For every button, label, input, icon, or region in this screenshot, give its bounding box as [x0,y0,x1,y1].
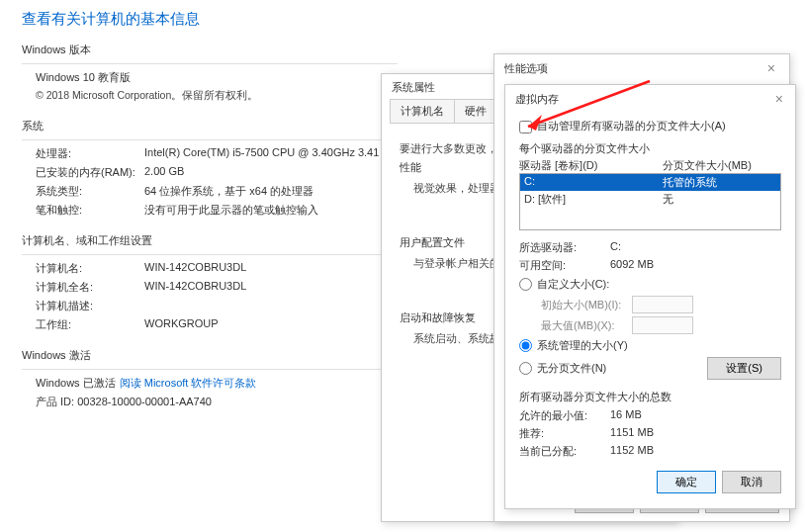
each-drive-heading: 每个驱动器的分页文件大小 [519,141,781,156]
pen-value: 没有可用于此显示器的笔或触控输入 [144,203,318,218]
tab-computer-name[interactable]: 计算机名 [390,99,455,123]
page-title: 查看有关计算机的基本信息 [22,10,783,29]
edition-value: Windows 10 教育版 [36,70,131,85]
initial-size-input[interactable] [632,296,693,313]
pagefile-column-header: 分页文件大小(MB) [663,158,752,173]
wg-value: WORKGROUP [144,317,219,332]
cancel-button[interactable]: 取消 [722,471,781,493]
selected-drive-label: 所选驱动器: [519,240,610,255]
drive-row[interactable]: C: 托管的系统 [520,174,780,191]
drive-listbox[interactable]: C: 托管的系统 D: [软件] 无 [519,173,781,230]
max-size-label: 最大值(MB)(X): [541,318,632,333]
pagefile-cell: 托管的系统 [663,175,717,190]
selected-drive-value: C: [610,240,621,255]
current-allocated-label: 当前已分配: [519,444,610,459]
set-button[interactable]: 设置(S) [707,357,781,380]
activated-text: Windows 已激活 [36,376,116,391]
drive-row[interactable]: D: [软件] 无 [520,191,780,208]
cname-label: 计算机名: [36,261,144,276]
divider [22,139,398,140]
read-license-link[interactable]: 阅读 Microsoft 软件许可条款 [120,376,257,391]
drive-cell: C: [524,175,663,190]
pen-label: 笔和触控: [36,203,144,218]
systype-value: 64 位操作系统，基于 x64 的处理器 [144,184,313,199]
min-allowed-value: 16 MB [610,408,642,423]
max-size-input[interactable] [632,316,693,334]
custom-size-radio[interactable] [519,278,532,291]
drive-column-header: 驱动器 [卷标](D) [519,158,663,173]
totals-heading: 所有驱动器分页文件大小的总数 [519,390,781,404]
no-pagefile-label: 无分页文件(N) [537,361,606,376]
close-icon[interactable]: × [763,60,779,76]
initial-size-label: 初始大小(MB)(I): [541,298,632,312]
available-space-label: 可用空间: [519,258,610,273]
cfull-label: 计算机全名: [36,280,144,295]
close-icon[interactable]: × [771,91,787,107]
custom-size-label: 自定义大小(C): [537,277,609,292]
ok-button[interactable]: 确定 [657,471,716,493]
system-managed-radio[interactable] [519,339,532,352]
ram-label: 已安装的内存(RAM): [36,165,144,180]
system-managed-label: 系统管理的大小(Y) [537,338,628,353]
processor-label: 处理器: [36,146,144,161]
dialog-title: 虚拟内存 [515,92,559,107]
product-id: 产品 ID: 00328-10000-00001-AA740 [36,395,212,409]
divider [22,369,398,370]
no-pagefile-radio[interactable] [519,362,532,375]
virtual-memory-dialog: 虚拟内存 × 自动管理所有驱动器的分页文件大小(A) 每个驱动器的分页文件大小 … [504,84,796,509]
divider [22,254,398,255]
wg-label: 工作组: [36,317,144,332]
dialog-title: 性能选项 [504,61,548,76]
recommended-label: 推荐: [519,426,610,441]
auto-manage-label: 自动管理所有驱动器的分页文件大小(A) [537,119,726,133]
cname-value: WIN-142COBRU3DL [144,261,246,276]
cfull-value: WIN-142COBRU3DL [144,280,246,295]
processor-value: Intel(R) Core(TM) i5-7500 CPU @ 3.40GHz … [144,146,403,161]
systype-label: 系统类型: [36,184,144,199]
pagefile-cell: 无 [663,192,673,207]
tab-hardware[interactable]: 硬件 [454,99,497,123]
recommended-value: 1151 MB [610,426,654,441]
drive-cell: D: [软件] [524,192,663,207]
auto-manage-checkbox[interactable] [519,121,532,133]
current-allocated-value: 1152 MB [610,444,654,459]
available-space-value: 6092 MB [610,258,654,273]
cdesc-label: 计算机描述: [36,299,144,313]
min-allowed-label: 允许的最小值: [519,408,610,423]
ram-value: 2.00 GB [144,165,184,180]
dialog-title: 系统属性 [392,80,435,95]
divider [22,63,398,64]
